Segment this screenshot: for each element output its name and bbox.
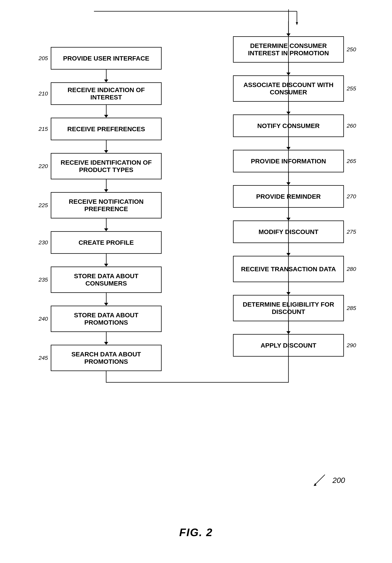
step-label-210: 210 xyxy=(38,90,48,97)
step-label-220: 220 xyxy=(38,163,48,169)
step-label-215: 215 xyxy=(38,126,48,132)
box-275: MODIFY DISCOUNT xyxy=(233,220,344,243)
step-label-250: 250 xyxy=(347,46,356,53)
step-label-285: 285 xyxy=(347,305,356,311)
step-label-280: 280 xyxy=(347,266,356,272)
figure-number-area: 200 xyxy=(312,473,345,488)
box-205: PROVIDE USER INTERFACE xyxy=(51,47,162,70)
svg-line-3 xyxy=(315,475,325,485)
box-255: ASSOCIATE DISCOUNT WITH CONSUMER xyxy=(233,75,344,102)
box-260: NOTIFY CONSUMER xyxy=(233,115,344,137)
box-220: RECEIVE IDENTIFICATION OF PRODUCT TYPES xyxy=(51,153,162,179)
box-230: CREATE PROFILE xyxy=(51,231,162,254)
step-label-235: 235 xyxy=(38,277,48,283)
box-210: RECEIVE INDICATION OF INTEREST xyxy=(51,82,162,105)
step-label-290: 290 xyxy=(347,342,356,348)
step-label-260: 260 xyxy=(347,123,356,129)
box-280: RECEIVE TRANSACTION DATA xyxy=(233,256,344,282)
box-270: PROVIDE REMINDER xyxy=(233,185,344,208)
box-250: DETERMINE CONSUMER INTEREST IN PROMOTION xyxy=(233,36,344,63)
box-290: APPLY DISCOUNT xyxy=(233,334,344,357)
step-label-255: 255 xyxy=(347,85,356,92)
box-215: RECEIVE PREFERENCES xyxy=(51,118,162,140)
box-240: STORE DATA ABOUT PROMOTIONS xyxy=(51,306,162,332)
step-label-265: 265 xyxy=(347,158,356,164)
box-265: PROVIDE INFORMATION xyxy=(233,150,344,172)
figure-label: FIG. 2 xyxy=(179,526,213,538)
step-label-245: 245 xyxy=(38,355,48,361)
box-235: STORE DATA ABOUT CONSUMERS xyxy=(51,267,162,293)
step-label-205: 205 xyxy=(38,55,48,62)
step-label-225: 225 xyxy=(38,202,48,208)
step-label-230: 230 xyxy=(38,239,48,246)
box-285: DETERMINE ELIGIBILITY FOR DISCOUNT xyxy=(233,295,344,321)
step-label-275: 275 xyxy=(347,229,356,235)
box-245: SEARCH DATA ABOUT PROMOTIONS xyxy=(51,345,162,371)
box-225: RECEIVE NOTIFICATION PREFERENCE xyxy=(51,192,162,218)
step-label-270: 270 xyxy=(347,193,356,200)
step-label-240: 240 xyxy=(38,316,48,322)
figure-number-label: 200 xyxy=(332,476,345,485)
